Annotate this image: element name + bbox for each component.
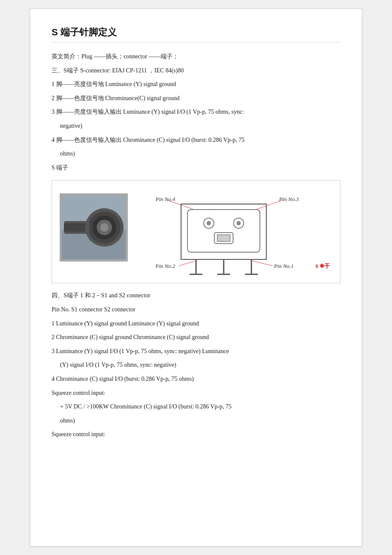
pin1-label: Pin No.1 bbox=[274, 263, 294, 269]
row3-a: 3 Luminance (Y) signal I/O (1 Vp-p, 75 o… bbox=[52, 346, 340, 357]
section4: 四、S端子 1 和 2－S1 and S2 connector Pin No. … bbox=[52, 290, 340, 440]
row4-c: + 5V DC / >100KW Chrominance (C) signal … bbox=[60, 401, 340, 413]
page-title: S 端子针脚定义 bbox=[52, 26, 340, 43]
col-header: Pin No. S1 connector S2 connector bbox=[52, 304, 340, 316]
page-container: S 端子针脚定义 英文简介：Plug ——插头；connector ——端子； … bbox=[0, 0, 392, 555]
row4-a: 4 Chrominance (C) signal I/O (burst: 0.2… bbox=[52, 374, 340, 385]
row1: 1 Luminance (Y) signal ground Luminance … bbox=[52, 318, 340, 330]
svg-point-14 bbox=[207, 221, 211, 225]
svg-rect-11 bbox=[181, 204, 266, 259]
pin4-line-b: ohms) bbox=[60, 148, 340, 160]
section4-header: 四、S端子 1 和 2－S1 and S2 connector bbox=[52, 290, 340, 302]
pin4-line-a: 4 脚——色度信号输入输出 Chrominance (C) signal I/O… bbox=[52, 135, 340, 146]
svg-rect-10 bbox=[64, 223, 85, 232]
row4-d: ohms) bbox=[60, 415, 340, 427]
pin3-line-b: negative) bbox=[60, 121, 340, 132]
svg-line-28 bbox=[251, 261, 273, 266]
pin2-line: 2 脚——色度信号地 Chrominance(C) signal ground bbox=[52, 93, 340, 104]
pin4-label: Pin No.4 bbox=[155, 196, 176, 202]
intro-section: 英文简介：Plug ——插头；connector ——端子； 三、S端子 S-c… bbox=[52, 51, 340, 173]
svg-point-8 bbox=[100, 223, 109, 232]
pin2-label: Pin No.2 bbox=[155, 263, 176, 269]
pin1-line: 1 脚——亮度信号地 Luminance (Y) signal ground bbox=[52, 79, 340, 90]
connector-diagram-svg: Pin No.4 Pin No.3 bbox=[58, 185, 334, 279]
pin3-line-a: 3 脚——亮度信号输入输出 Luminance (Y) signal I/O (… bbox=[52, 106, 340, 118]
svg-point-16 bbox=[236, 221, 241, 225]
s-label-line: S 端子 bbox=[52, 162, 340, 174]
intro-line2: 三、S端子 S-connector: EIAJ CP-1211 ，IEC 84(… bbox=[52, 65, 340, 77]
s-connector-label: S ✻干 bbox=[315, 263, 330, 269]
row2: 2 Chrominance (C) signal ground Chromina… bbox=[52, 332, 340, 343]
row3-b: (Y) signal I/O (1 Vp-p, 75 ohms, sync: n… bbox=[60, 359, 340, 371]
svg-line-27 bbox=[179, 261, 196, 266]
svg-line-25 bbox=[166, 200, 194, 210]
row4-b: Squeeze control input: bbox=[52, 388, 340, 399]
row4-e: Squeeze control input: bbox=[52, 429, 340, 440]
intro-line1: 英文简介：Plug ——插头；connector ——端子； bbox=[52, 51, 340, 63]
svg-rect-18 bbox=[217, 235, 230, 242]
content-card: S 端子针脚定义 英文简介：Plug ——插头；connector ——端子； … bbox=[30, 9, 362, 546]
connector-image-container: Pin No.4 Pin No.3 bbox=[52, 180, 340, 283]
svg-line-26 bbox=[256, 200, 283, 210]
svg-rect-12 bbox=[187, 210, 260, 252]
pin3-label: Pin No.3 bbox=[279, 196, 299, 202]
